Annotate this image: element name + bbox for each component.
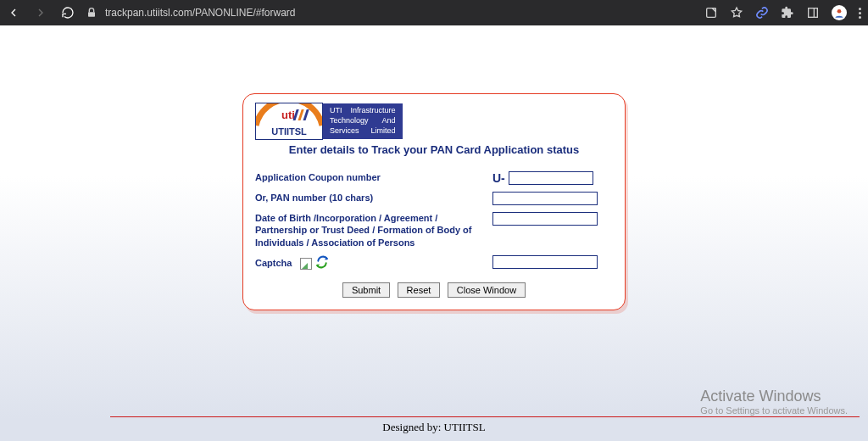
panel-icon[interactable] bbox=[806, 6, 820, 20]
panel-title: Enter details to Track your PAN Card App… bbox=[255, 143, 613, 156]
captcha-input[interactable] bbox=[492, 255, 598, 269]
logo-line: UTI bbox=[330, 106, 342, 116]
logo-block: uti UTIITSL UTIInfrastructure Technology… bbox=[255, 103, 613, 140]
label-captcha: Captcha bbox=[255, 257, 292, 269]
browser-actions bbox=[704, 5, 861, 20]
button-row: Submit Reset Close Window bbox=[255, 282, 613, 298]
link-icon[interactable] bbox=[755, 6, 769, 20]
extensions-icon[interactable] bbox=[781, 6, 794, 20]
coupon-prefix: U- bbox=[492, 171, 505, 185]
logo-line: Technology bbox=[330, 116, 369, 126]
profile-avatar[interactable] bbox=[832, 5, 847, 20]
menu-icon[interactable] bbox=[859, 8, 861, 19]
row-pan: Or, PAN number (10 chars) bbox=[255, 192, 613, 205]
svg-text:UTIITSL: UTIITSL bbox=[271, 126, 307, 137]
coupon-input[interactable] bbox=[509, 171, 593, 185]
dob-input[interactable] bbox=[492, 212, 598, 226]
reload-icon[interactable] bbox=[61, 6, 75, 20]
browser-toolbar: trackpan.utiitsl.com/PANONLINE/#forward bbox=[0, 0, 868, 25]
logo-line: And bbox=[382, 116, 396, 126]
footer-text: Designed by: UTIITSL bbox=[0, 421, 868, 434]
svg-text:uti: uti bbox=[281, 109, 295, 121]
label-pan: Or, PAN number (10 chars) bbox=[255, 192, 492, 204]
logo-line: Limited bbox=[371, 126, 396, 137]
svg-point-5 bbox=[837, 9, 842, 14]
utiitsl-logo: uti UTIITSL bbox=[255, 103, 323, 140]
label-dob: Date of Birth /Incorporation / Agreement… bbox=[255, 212, 492, 248]
lock-icon bbox=[85, 6, 98, 20]
share-icon[interactable] bbox=[704, 6, 718, 20]
logo-line: Infrastructure bbox=[351, 106, 396, 116]
row-dob: Date of Birth /Incorporation / Agreement… bbox=[255, 212, 613, 248]
row-coupon: Application Coupon number U- bbox=[255, 171, 613, 185]
nav-controls bbox=[7, 6, 75, 20]
url-text: trackpan.utiitsl.com/PANONLINE/#forward bbox=[105, 7, 296, 19]
svg-rect-0 bbox=[88, 12, 95, 16]
back-icon[interactable] bbox=[7, 6, 20, 20]
forward-icon[interactable] bbox=[34, 6, 47, 20]
watermark-line1: Activate Windows bbox=[700, 388, 848, 405]
submit-button[interactable]: Submit bbox=[342, 282, 390, 298]
star-icon[interactable] bbox=[730, 6, 743, 20]
captcha-image-icon bbox=[300, 258, 312, 270]
watermark-line2: Go to Settings to activate Windows. bbox=[700, 405, 848, 416]
track-pan-panel: uti UTIITSL UTIInfrastructure Technology… bbox=[242, 93, 626, 310]
windows-watermark: Activate Windows Go to Settings to activ… bbox=[700, 388, 848, 416]
page-body: uti UTIITSL UTIInfrastructure Technology… bbox=[0, 25, 868, 441]
close-window-button[interactable]: Close Window bbox=[448, 282, 526, 298]
label-coupon: Application Coupon number bbox=[255, 171, 492, 183]
logo-caption: UTIInfrastructure TechnologyAnd Services… bbox=[323, 103, 403, 139]
row-captcha: Captcha bbox=[255, 255, 613, 271]
pan-input[interactable] bbox=[492, 192, 598, 205]
address-bar[interactable]: trackpan.utiitsl.com/PANONLINE/#forward bbox=[85, 6, 296, 20]
svg-rect-2 bbox=[809, 8, 818, 18]
reset-button[interactable]: Reset bbox=[398, 282, 441, 298]
refresh-icon[interactable] bbox=[315, 255, 329, 271]
footer-divider bbox=[110, 416, 860, 417]
logo-line: Services bbox=[330, 126, 359, 137]
